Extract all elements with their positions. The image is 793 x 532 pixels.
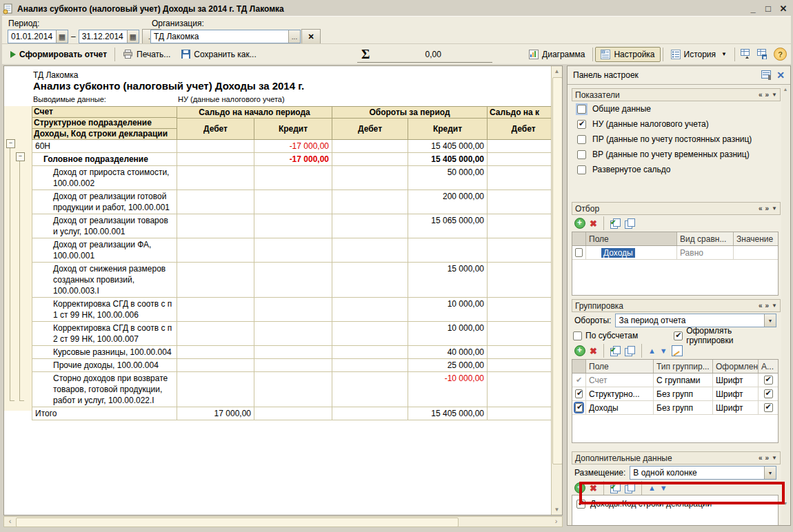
table-row[interactable]: Корректировка СГД в соотв с п 2 ст 99 НК… xyxy=(32,322,552,346)
scroll-up-arrow[interactable]: ▲ xyxy=(781,87,790,92)
collapse-down-icon[interactable]: ▼ xyxy=(772,205,777,212)
add-icon[interactable] xyxy=(574,482,585,493)
check-all-icon[interactable]: ✔ xyxy=(610,483,621,493)
delete-icon[interactable]: ✖ xyxy=(590,484,597,493)
table-row[interactable]: Итого 17 000,00 15 405 000,00 xyxy=(32,407,552,420)
collapse-left-icon[interactable]: « xyxy=(759,454,763,462)
checkbox[interactable] xyxy=(577,135,586,144)
table-row[interactable]: Сторно доходов при возврате товаров, гот… xyxy=(32,372,552,407)
calendar-icon[interactable] xyxy=(56,30,68,43)
scroll-left-arrow[interactable]: ‹ xyxy=(5,517,15,526)
collapse-expander[interactable]: − xyxy=(6,139,15,148)
format-groups-checkbox[interactable]: Оформлять группировки xyxy=(672,329,781,342)
collapse-down-icon[interactable]: ▼ xyxy=(772,303,777,309)
collapse-down-icon[interactable]: ▼ xyxy=(772,455,777,461)
collapse-right-icon[interactable]: » xyxy=(765,205,770,212)
checkbox[interactable] xyxy=(573,331,582,340)
table-row[interactable]: Доход от реализации товаров и услуг, 100… xyxy=(32,214,552,238)
filter-row[interactable]: Доходы Равно xyxy=(572,246,778,260)
checkbox[interactable] xyxy=(577,120,586,129)
checkbox[interactable] xyxy=(576,500,585,509)
grouping-col-type[interactable]: Тип группир... xyxy=(654,360,713,373)
filter-col-value[interactable]: Значение xyxy=(734,232,778,245)
scrollbar-thumb[interactable] xyxy=(552,77,563,464)
checkbox[interactable] xyxy=(577,105,586,114)
chevron-down-icon[interactable]: ▼ xyxy=(764,467,776,479)
move-down-icon[interactable]: ▼ xyxy=(660,484,667,492)
collapse-expander[interactable]: − xyxy=(16,152,25,161)
organization-field[interactable]: ТД Лакомка ... xyxy=(150,30,301,43)
checkbox[interactable] xyxy=(577,165,586,174)
scrollbar-thumb[interactable] xyxy=(16,518,459,527)
help-button[interactable]: ? xyxy=(774,48,787,61)
checkbox-item[interactable]: Развернутое сальдо xyxy=(572,162,781,177)
minimize-button[interactable]: _ xyxy=(745,3,761,15)
checkbox[interactable] xyxy=(575,403,583,412)
collapse-left-icon[interactable]: « xyxy=(759,205,763,212)
section-header-indicators[interactable]: Показатели « » ▼ xyxy=(572,88,781,101)
checkbox-item[interactable]: Общие данные xyxy=(572,101,781,116)
scroll-down-arrow[interactable]: ▼ xyxy=(781,501,790,506)
checkbox[interactable] xyxy=(674,331,683,340)
collapse-right-icon[interactable]: » xyxy=(765,91,770,99)
table-row[interactable]: Корректировка СГД в соотв с п 1 ст 99 НК… xyxy=(32,298,552,322)
maximize-button[interactable]: □ xyxy=(761,3,776,15)
grouping-row[interactable]: Доходы Без групп Шрифт xyxy=(572,401,778,415)
checkbox[interactable] xyxy=(575,389,583,398)
collapse-down-icon[interactable]: ▼ xyxy=(772,92,777,98)
grouping-row[interactable]: Структурно... Без групп Шрифт xyxy=(572,387,778,401)
panel-vertical-scrollbar[interactable]: ▲ ▼ xyxy=(781,85,790,524)
checkbox[interactable] xyxy=(577,150,586,159)
table-row[interactable]: Прочие доходы, 100.00.004 25 000,00 xyxy=(32,359,552,372)
add-icon[interactable] xyxy=(574,218,585,229)
section-header-filter[interactable]: Отбор « » ▼ xyxy=(572,202,781,215)
delete-icon[interactable]: ✖ xyxy=(590,347,597,356)
history-button[interactable]: История ▼ xyxy=(665,47,732,62)
table-row[interactable]: Доход от прироста стоимости, 100.00.002 … xyxy=(32,166,552,190)
diagram-button[interactable]: Диаграмма xyxy=(523,47,590,62)
move-down-icon[interactable]: ▼ xyxy=(660,347,667,355)
table-row[interactable]: Доход от реализации готовой продукции и … xyxy=(32,190,552,214)
save-as-button[interactable]: Сохранить как... xyxy=(176,47,261,62)
grouping-col-auto[interactable]: А... xyxy=(759,360,778,373)
organization-select-button[interactable]: ... xyxy=(288,30,300,43)
by-subaccounts-checkbox[interactable]: По субсчетам xyxy=(572,329,672,342)
turnover-select[interactable]: За период отчета ▼ xyxy=(615,314,776,327)
organization-clear-button[interactable]: ✕ xyxy=(301,29,321,44)
report-vertical-scrollbar[interactable]: ▲ ▼ xyxy=(551,66,562,515)
chevron-down-icon[interactable]: ▼ xyxy=(764,314,776,327)
copy-icon[interactable] xyxy=(625,483,635,493)
add-icon[interactable] xyxy=(574,345,585,356)
copy-icon[interactable] xyxy=(625,218,635,228)
move-up-icon[interactable]: ▲ xyxy=(648,484,656,492)
scroll-up-arrow[interactable]: ▲ xyxy=(552,66,562,76)
scroll-right-arrow[interactable]: › xyxy=(551,517,561,526)
grouping-col-field[interactable]: Поле xyxy=(586,360,654,373)
table-row[interactable]: Доход от реализации ФА, 100.00.001 xyxy=(32,238,552,263)
calendar-icon[interactable] xyxy=(127,30,139,43)
date-to-field[interactable]: 31.12.2014 xyxy=(79,30,139,43)
checkbox-item[interactable]: ВР (данные по учету временных разниц) xyxy=(572,147,781,162)
settings-button[interactable]: Настройка xyxy=(595,47,660,62)
table-row[interactable]: 60Н -17 000,00 15 405 000,00 xyxy=(32,140,552,153)
checkbox[interactable] xyxy=(575,248,583,257)
check-all-icon[interactable]: ✔ xyxy=(610,218,621,228)
panel-settings-icon[interactable] xyxy=(760,69,774,81)
checkbox[interactable] xyxy=(764,389,773,398)
move-up-icon[interactable]: ▲ xyxy=(648,347,656,355)
section-header-grouping[interactable]: Группировка « » ▼ xyxy=(572,299,781,312)
additional-data-item[interactable]: Доходы.Код строки декларации xyxy=(572,495,778,512)
report-horizontal-scrollbar[interactable]: ‹ › xyxy=(3,516,563,527)
date-from-field[interactable]: 01.01.2014 xyxy=(8,30,68,43)
filter-col-comparison[interactable]: Вид сравн... xyxy=(677,232,734,245)
panel-close-icon[interactable]: ✕ xyxy=(774,70,787,81)
checkbox-item[interactable]: ПР (данные по учету постоянных разниц) xyxy=(572,132,781,147)
table-row[interactable]: Курсовые разницы, 100.00.004 40 000,00 xyxy=(32,346,552,359)
placement-select[interactable]: В одной колонке ▼ xyxy=(630,466,776,480)
section-header-additional[interactable]: Дополнительные данные « » ▼ xyxy=(572,451,781,464)
scroll-down-arrow[interactable]: ▼ xyxy=(552,504,562,515)
close-button[interactable]: ✕ xyxy=(776,3,791,15)
save-settings-button[interactable] xyxy=(754,46,770,62)
filter-col-field[interactable]: Поле xyxy=(586,232,677,245)
grouping-row[interactable]: ✔ Счет С группами Шрифт xyxy=(572,374,778,387)
